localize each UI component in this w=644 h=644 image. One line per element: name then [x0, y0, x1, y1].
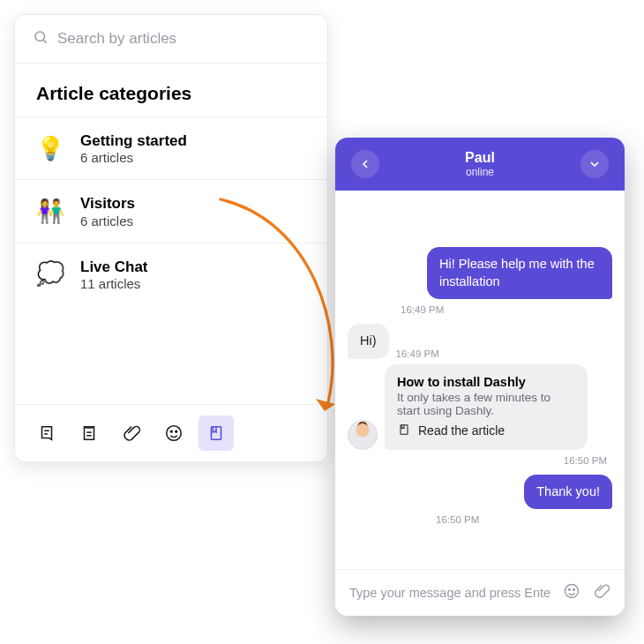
kb-item-title: Getting started [80, 131, 187, 150]
chat-body: Hi! Please help me with the installation… [335, 191, 625, 569]
lightbulb-icon: 💡 [36, 135, 64, 162]
book-icon [397, 423, 411, 439]
kb-search[interactable] [15, 15, 327, 64]
kb-item-sub: 6 articles [80, 150, 187, 165]
message-text: Thank you! [524, 475, 612, 510]
kb-item-sub: 11 articles [80, 276, 148, 291]
message-received: Hi) 16:49 PM [348, 324, 612, 359]
kb-section-title: Article categories [15, 64, 327, 116]
people-icon: 👫 [36, 198, 64, 225]
message-time: 16:49 PM [396, 348, 439, 359]
note-icon[interactable] [29, 416, 64, 451]
chat-contact-name: Paul [465, 150, 495, 166]
kb-panel: Article categories 💡 Getting started 6 a… [14, 14, 328, 462]
search-icon [33, 29, 49, 49]
search-input[interactable] [57, 30, 310, 48]
article-link-text: Read the article [418, 423, 505, 438]
article-link[interactable]: Read the article [397, 423, 575, 439]
message-sent: Hi! Please help me with the installation [348, 247, 612, 299]
kb-toolbar [15, 404, 327, 461]
emoji-icon[interactable] [563, 582, 580, 603]
svg-point-6 [167, 426, 182, 441]
message-article: How to install Dashly It only takes a fe… [348, 364, 612, 450]
more-button[interactable] [580, 150, 609, 178]
message-time: 16:50 PM [353, 455, 607, 466]
kb-item-live-chat[interactable]: 💭 Live Chat 11 articles [15, 243, 327, 305]
kb-item-getting-started[interactable]: 💡 Getting started 6 articles [15, 116, 327, 179]
message-sent: Thank you! [348, 475, 612, 510]
article-desc: It only takes a few minutes to start usi… [397, 391, 575, 417]
svg-point-13 [573, 589, 575, 591]
kb-item-sub: 6 articles [80, 213, 135, 228]
article-card[interactable]: How to install Dashly It only takes a fe… [385, 364, 588, 450]
chat-window: Paul online Hi! Please help me with the … [335, 138, 625, 616]
kb-item-title: Live Chat [80, 258, 148, 276]
attachment-icon[interactable] [593, 582, 610, 603]
agent-avatar [348, 420, 378, 450]
chat-input[interactable] [349, 586, 550, 600]
svg-point-7 [170, 431, 172, 432]
back-button[interactable] [351, 150, 379, 178]
message-text: Hi) [348, 324, 389, 359]
svg-point-0 [35, 32, 45, 41]
message-time: 16:50 PM [436, 514, 607, 525]
svg-line-1 [43, 40, 46, 42]
svg-point-8 [176, 431, 177, 432]
message-time: 16:49 PM [401, 304, 607, 315]
article-title: How to install Dashly [397, 375, 575, 389]
chat-contact-status: online [465, 166, 495, 178]
chat-header: Paul online [335, 138, 625, 191]
emoji-icon[interactable] [156, 416, 191, 451]
svg-point-11 [565, 585, 579, 598]
kb-item-title: Visitors [80, 194, 135, 213]
kb-item-visitors[interactable]: 👫 Visitors 6 articles [15, 179, 327, 242]
knowledge-base-icon[interactable] [198, 416, 234, 451]
attachment-icon[interactable] [114, 416, 149, 451]
saved-replies-icon[interactable] [71, 416, 107, 451]
message-text: Hi! Please help me with the installation [427, 247, 612, 299]
thought-bubble-icon: 💭 [36, 260, 64, 288]
svg-point-12 [569, 589, 571, 591]
chat-input-bar [335, 569, 625, 616]
